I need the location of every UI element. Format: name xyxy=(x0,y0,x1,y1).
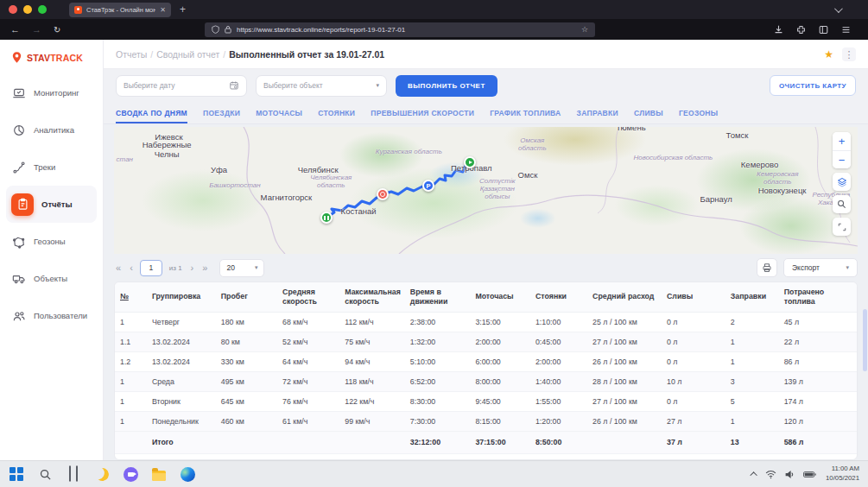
minimize-window-button[interactable] xyxy=(23,5,32,14)
taskbar-search-icon[interactable] xyxy=(37,466,53,482)
forward-button[interactable]: → xyxy=(32,24,41,35)
stavtrack-logo[interactable]: STAVTRACK xyxy=(0,40,103,74)
sidebar-item-analytics[interactable]: Аналитика xyxy=(0,111,103,149)
table-row[interactable]: 1 Среда 495 км 72 км/ч 118 км/ч 6:52:00 … xyxy=(115,371,857,391)
tray-chevron-up-icon[interactable] xyxy=(750,471,757,478)
logo-text-track: TRACK xyxy=(50,53,83,63)
page-size-select[interactable]: 20 ▾ xyxy=(219,259,264,277)
edge-browser-icon[interactable] xyxy=(180,466,195,482)
table-row[interactable]: 1 Четверг 180 км 68 км/ч 112 км/ч 2:38:0… xyxy=(115,312,857,332)
map-search-button[interactable] xyxy=(833,195,851,213)
route-map[interactable]: Ижевск Набережные Челны Уфа Челябинск Ма… xyxy=(114,127,858,254)
favorite-star-icon[interactable]: ★ xyxy=(824,48,833,60)
route-parking-marker[interactable]: P xyxy=(422,180,434,192)
url-text[interactable]: https://www.stavtrack.online/reports/rep… xyxy=(237,26,576,34)
new-tab-button[interactable]: + xyxy=(180,3,186,16)
map-region-label: Новосибирская область xyxy=(625,154,720,161)
volume-icon[interactable] xyxy=(784,470,795,479)
table-row[interactable]: 1.1 13.02.2024 80 км 52 км/ч 75 км/ч 1:3… xyxy=(115,332,857,351)
page-scrollbar[interactable] xyxy=(863,309,867,371)
breadcrumb-reports[interactable]: Отчеты xyxy=(116,49,147,60)
tab-close-icon[interactable]: ✕ xyxy=(160,6,166,14)
extensions-icon[interactable] xyxy=(796,25,806,35)
battery-icon[interactable] xyxy=(803,471,816,478)
sidebar-item-reports[interactable]: Отчёты xyxy=(6,186,97,223)
tab-fuel-chart[interactable]: ГРАФИК ТОПЛИВА xyxy=(490,109,561,123)
lock-icon[interactable] xyxy=(225,25,231,34)
column-header[interactable]: Стоянки xyxy=(530,282,587,312)
page-number-input[interactable]: 1 xyxy=(140,260,162,276)
url-bar[interactable]: https://www.stavtrack.online/reports/rep… xyxy=(205,22,595,37)
breadcrumb-summary-report[interactable]: Сводный отчет xyxy=(156,49,219,60)
downloads-icon[interactable] xyxy=(774,25,783,35)
column-header[interactable]: Максимальная скорость xyxy=(339,282,405,312)
table-row[interactable]: 1 Понедельник 460 км 61 км/ч 99 км/ч 7:3… xyxy=(115,411,857,431)
last-page-button[interactable]: » xyxy=(200,262,209,273)
tab-list-chevron-icon[interactable] xyxy=(834,4,843,13)
column-header[interactable]: Заправки xyxy=(725,282,779,312)
date-placeholder: Выберите дату xyxy=(124,81,229,90)
map-city-label: Кемерово xyxy=(741,160,778,169)
sidebar-toggle-icon[interactable] xyxy=(819,25,828,35)
tab-parkings[interactable]: СТОЯНКИ xyxy=(318,109,355,123)
column-header[interactable]: Моточасы xyxy=(470,282,530,312)
task-view-icon[interactable] xyxy=(66,466,81,482)
tab-geozones[interactable]: ГЕОЗОНЫ xyxy=(679,109,718,123)
route-stop-marker[interactable] xyxy=(377,188,389,200)
table-row[interactable]: 1.2 13.02.2024 330 км 64 км/ч 94 км/ч 5:… xyxy=(115,351,857,371)
route-pause-marker[interactable] xyxy=(320,212,333,224)
browser-tab[interactable]: СтавТрэк - Онлайн мониторинг ✕ xyxy=(69,3,171,17)
print-button[interactable] xyxy=(757,258,777,277)
column-header[interactable]: Группировка xyxy=(147,282,216,312)
kebab-menu-icon[interactable]: ⋮ xyxy=(842,47,856,61)
column-header[interactable]: Средняя скорость xyxy=(277,282,339,312)
zoom-in-button[interactable]: + xyxy=(833,132,851,150)
first-page-button[interactable]: « xyxy=(114,262,123,273)
tab-drains[interactable]: СЛИВЫ xyxy=(634,109,663,123)
menu-hamburger-icon[interactable] xyxy=(841,25,851,35)
tab-trips[interactable]: ПОЕЗДКИ xyxy=(203,109,240,123)
shield-icon[interactable] xyxy=(212,25,219,34)
column-header[interactable]: Средний расход xyxy=(587,282,662,312)
date-picker-input[interactable]: Выберите дату xyxy=(116,75,247,97)
night-mode-app-icon[interactable] xyxy=(94,466,110,482)
start-button[interactable] xyxy=(9,466,24,482)
object-select[interactable]: Выберите объект ▾ xyxy=(256,75,387,97)
next-page-button[interactable]: › xyxy=(189,262,196,273)
tab-engine-hours[interactable]: МОТОЧАСЫ xyxy=(256,109,302,123)
close-window-button[interactable] xyxy=(9,5,17,14)
sidebar-item-geozones[interactable]: Геозоны xyxy=(0,223,103,260)
route-start-marker[interactable] xyxy=(464,156,476,168)
column-header[interactable]: Сливы xyxy=(662,282,725,312)
tab-speeding[interactable]: ПРЕВЫШЕНИЯ СКОРОСТИ xyxy=(371,109,474,123)
table-row[interactable]: 1 Вторник 645 км 76 км/ч 122 км/ч 8:30:0… xyxy=(115,391,857,411)
prev-page-button[interactable]: ‹ xyxy=(128,262,135,273)
layers-button[interactable] xyxy=(833,173,851,191)
clear-map-button[interactable]: ОЧИСТИТЬ КАРТУ xyxy=(770,75,856,96)
windows-taskbar: 11:00 AM 10/05/2021 xyxy=(0,460,868,487)
maximize-window-button[interactable] xyxy=(38,5,47,14)
sidebar-item-users[interactable]: Пользователи xyxy=(0,297,103,334)
sidebar-item-monitoring[interactable]: Мониторинг xyxy=(0,74,103,111)
fullscreen-button[interactable] xyxy=(833,218,851,236)
tab-refuels[interactable]: ЗАПРАВКИ xyxy=(577,109,618,123)
reload-button[interactable]: ↻ xyxy=(54,25,60,35)
export-select[interactable]: Экспорт ▾ xyxy=(783,258,858,277)
bookmark-star-icon[interactable]: ☆ xyxy=(581,25,588,34)
run-report-button[interactable]: ВЫПОЛНИТЬ ОТЧЕТ xyxy=(396,75,497,97)
page-count-label: из 1 xyxy=(169,264,182,272)
column-header[interactable]: № xyxy=(115,282,147,312)
column-header[interactable]: Пробег xyxy=(216,282,277,312)
chat-app-icon[interactable] xyxy=(123,466,138,482)
file-explorer-icon[interactable] xyxy=(151,466,167,482)
back-button[interactable]: ← xyxy=(10,24,20,35)
column-header[interactable]: Время в движении xyxy=(405,282,471,312)
tab-daily-summary[interactable]: СВОДКА ПО ДНЯМ xyxy=(116,109,187,123)
sidebar-item-tracks[interactable]: Треки xyxy=(0,149,103,186)
sidebar-item-objects[interactable]: Объекты xyxy=(0,260,103,297)
browser-navbar: ← → ↻ https://www.stavtrack.online/repor… xyxy=(0,19,868,40)
taskbar-clock[interactable]: 11:00 AM 10/05/2021 xyxy=(826,465,859,483)
wifi-icon[interactable] xyxy=(765,470,776,479)
zoom-out-button[interactable]: − xyxy=(833,150,851,168)
column-header[interactable]: Потрачено топлива xyxy=(779,282,857,312)
